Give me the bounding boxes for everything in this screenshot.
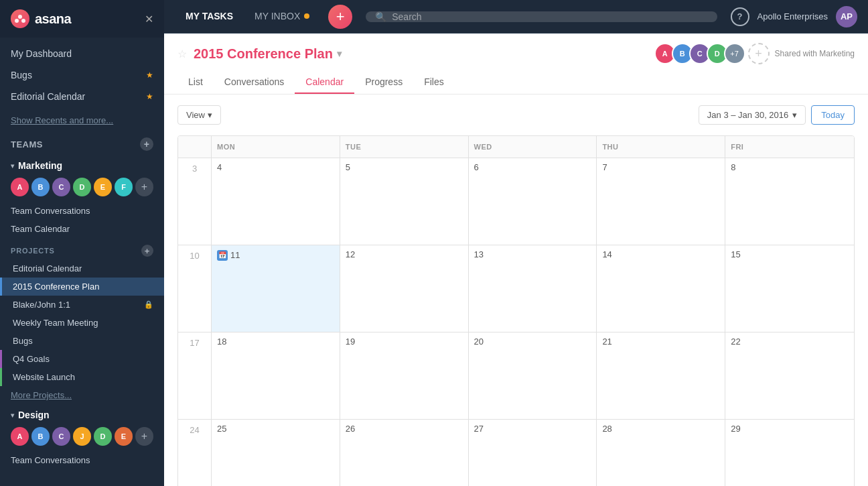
calendar-day-cell[interactable]: 25 xyxy=(212,420,340,486)
tab-calendar[interactable]: Calendar xyxy=(295,71,354,94)
calendar-day-cell[interactable]: 26 xyxy=(340,420,469,486)
team-design[interactable]: ▾ Design xyxy=(0,404,164,423)
calendar-day-cell[interactable]: 19 xyxy=(340,332,469,419)
calendar-day-cell[interactable]: 22 xyxy=(725,332,854,419)
project-label: Weekly Team Meeting xyxy=(13,318,98,328)
week-number: 17 xyxy=(178,332,212,419)
calendar-week-row: 10 📅 11 12 13 14 15 xyxy=(178,245,854,332)
calendar-day-cell[interactable]: 12 xyxy=(340,245,469,332)
avatar[interactable]: A xyxy=(11,427,29,446)
member-count-badge[interactable]: +7 xyxy=(724,43,745,64)
search-bar[interactable]: 🔍 xyxy=(366,11,717,22)
avatar[interactable]: A xyxy=(11,178,29,196)
avatar[interactable]: B xyxy=(31,178,50,196)
today-button[interactable]: Today xyxy=(811,105,855,125)
avatar[interactable]: D xyxy=(73,178,91,196)
calendar-day-cell[interactable]: 6 xyxy=(469,158,597,245)
avatar[interactable]: E xyxy=(94,178,112,196)
project-title-chevron-icon[interactable]: ▾ xyxy=(337,48,342,59)
calendar-day-cell[interactable]: 7 xyxy=(597,158,725,245)
project-label: Q4 Goals xyxy=(13,354,50,364)
day-number: 19 xyxy=(346,337,355,347)
dashboard-label: My Dashboard xyxy=(11,48,72,59)
project-label: Bugs xyxy=(13,336,33,346)
project-members-section: A B C D +7 + Shared with Marketing xyxy=(654,43,855,64)
calendar-day-cell[interactable]: 21 xyxy=(597,332,725,419)
tab-files[interactable]: Files xyxy=(413,71,455,94)
marketing-avatars: A B C D E F + xyxy=(0,174,164,202)
avatar[interactable]: J xyxy=(73,427,91,446)
date-nav: Jan 3 – Jan 30, 2016 ▾ Today xyxy=(699,105,855,125)
team-conversations-link[interactable]: Team Conversations xyxy=(0,202,164,220)
team-calendar-link[interactable]: Team Calendar xyxy=(0,220,164,238)
show-recents-link[interactable]: Show Recents and more... xyxy=(0,113,164,131)
my-tasks-tab[interactable]: MY TASKS xyxy=(175,0,244,33)
project-item-editorial-cal[interactable]: Editorial Calendar xyxy=(0,259,164,278)
tab-progress[interactable]: Progress xyxy=(354,71,413,94)
tab-conversations[interactable]: Conversations xyxy=(214,71,295,94)
more-projects-link[interactable]: More Projects... xyxy=(0,386,164,404)
svg-point-2 xyxy=(21,19,25,23)
project-item-weekly-meeting[interactable]: Weekly Team Meeting xyxy=(0,314,164,332)
avatar[interactable]: B xyxy=(31,427,50,446)
calendar-week-row: 17 18 19 20 21 22 xyxy=(178,332,854,420)
view-button[interactable]: View ▾ xyxy=(177,105,221,125)
design-conversations-link[interactable]: Team Conversations xyxy=(0,451,164,469)
project-item-conference-plan[interactable]: 2015 Conference Plan xyxy=(0,278,164,296)
calendar-day-cell[interactable]: 20 xyxy=(469,332,597,419)
calendar-day-cell[interactable]: 29 xyxy=(725,420,854,486)
add-member-button[interactable]: + xyxy=(135,178,153,196)
project-item-website-launch[interactable]: Website Launch xyxy=(0,368,164,386)
project-tabs: List Conversations Calendar Progress Fil… xyxy=(177,71,855,94)
user-avatar[interactable]: AP xyxy=(836,6,857,27)
main-content: MY TASKS MY INBOX + 🔍 ? Apollo Enterpris… xyxy=(164,0,868,486)
calendar-day-cell[interactable]: 4 xyxy=(212,158,340,245)
team-marketing[interactable]: ▾ Marketing xyxy=(0,155,164,174)
search-input[interactable] xyxy=(392,11,707,22)
calendar-day-cell[interactable]: 14 xyxy=(597,245,725,332)
avatar[interactable]: D xyxy=(94,427,112,446)
thu-header: THU xyxy=(597,136,725,158)
calendar-day-cell[interactable]: 13 xyxy=(469,245,597,332)
project-item-blake-john[interactable]: Blake/John 1:1 🔒 xyxy=(0,296,164,314)
marketing-chevron-icon: ▾ xyxy=(11,162,14,170)
calendar-day-cell[interactable]: 28 xyxy=(597,420,725,486)
calendar-day-cell[interactable]: 27 xyxy=(469,420,597,486)
add-team-button[interactable]: + xyxy=(140,137,153,151)
add-design-member-button[interactable]: + xyxy=(135,427,153,446)
project-header: ☆ 2015 Conference Plan ▾ A B C D +7 + Sh… xyxy=(164,34,868,95)
day-number: 20 xyxy=(474,337,484,347)
calendar-day-cell[interactable]: 15 xyxy=(725,245,854,332)
avatar[interactable]: C xyxy=(52,427,70,446)
calendar-day-cell[interactable]: 5 xyxy=(340,158,469,245)
sidebar-item-bugs[interactable]: Bugs ★ xyxy=(0,64,164,86)
help-button[interactable]: ? xyxy=(731,7,749,26)
project-star-icon[interactable]: ☆ xyxy=(177,48,187,60)
calendar-day-cell[interactable]: 📅 11 xyxy=(212,245,340,332)
avatar[interactable]: C xyxy=(52,178,70,196)
project-item-q4goals[interactable]: Q4 Goals xyxy=(0,350,164,368)
avatar[interactable]: F xyxy=(115,178,133,196)
shared-with-text: Shared with Marketing xyxy=(775,49,855,58)
week-number: 3 xyxy=(178,158,212,245)
add-project-button[interactable]: + xyxy=(141,245,153,257)
day-number: 27 xyxy=(474,424,484,434)
day-number: 6 xyxy=(474,162,479,172)
quick-add-button[interactable]: + xyxy=(328,5,352,29)
add-project-member-button[interactable]: + xyxy=(748,43,770,64)
topbar-tabs: MY TASKS MY INBOX xyxy=(175,0,320,33)
calendar-day-cell[interactable]: 8 xyxy=(725,158,854,245)
project-item-bugs[interactable]: Bugs xyxy=(0,332,164,350)
day-number: 4 xyxy=(217,162,222,172)
week-number: 24 xyxy=(178,420,212,486)
avatar[interactable]: E xyxy=(115,427,133,446)
tab-list[interactable]: List xyxy=(177,71,214,94)
teams-section-header: Teams + xyxy=(0,131,164,155)
design-name: Design xyxy=(18,410,50,420)
date-range-button[interactable]: Jan 3 – Jan 30, 2016 ▾ xyxy=(699,105,806,125)
calendar-day-cell[interactable]: 18 xyxy=(212,332,340,419)
sidebar-item-editorial[interactable]: Editorial Calendar ★ xyxy=(0,86,164,107)
sidebar-item-dashboard[interactable]: My Dashboard xyxy=(0,43,164,64)
my-inbox-tab[interactable]: MY INBOX xyxy=(244,0,320,33)
close-icon[interactable]: ✕ xyxy=(145,13,153,25)
